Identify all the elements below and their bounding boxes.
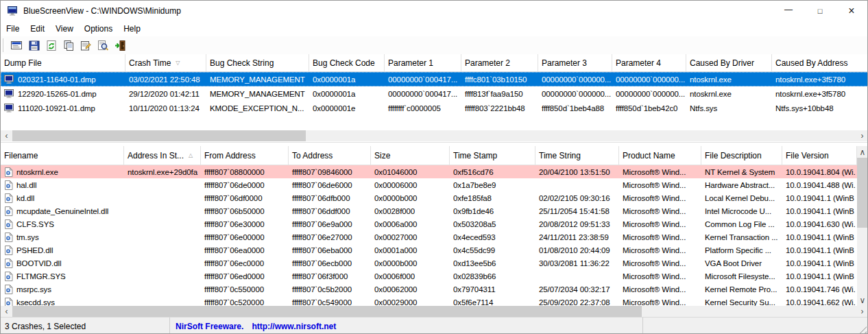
nirsoft-freeware-label: NirSoft Freeware. [176, 322, 243, 331]
column-header-time-string[interactable]: Time String [535, 146, 619, 165]
column-header-file-version[interactable]: File Version [782, 146, 857, 165]
driver-row[interactable]: ntoskrnl.exentoskrnl.exe+29d0fafffff807`… [1, 165, 857, 178]
scroll-left-icon[interactable]: ‹ [1, 306, 12, 317]
column-header-to-address[interactable]: To Address [289, 146, 371, 165]
cell-bug-check-string: MEMORY_MANAGEMENT [206, 72, 309, 86]
cell-size: 0x00027000 [371, 230, 450, 243]
crash-row[interactable]: 111020-10921-01.dmp10/11/2020 01:13:24KM… [1, 101, 868, 115]
column-header-label: Product Name [623, 151, 675, 160]
maximize-button[interactable]: □ [804, 1, 836, 21]
column-header-file-description[interactable]: File Description [701, 146, 782, 165]
column-header-bug-check-string[interactable]: Bug Check String [206, 54, 309, 71]
crash-row[interactable]: 122920-15265-01.dmp29/12/2020 01:42:11ME… [1, 86, 868, 101]
cell-caused-by-address: ntoskrnl.exe+3f5780 [772, 72, 868, 86]
dump-file-icon [4, 104, 14, 112]
column-header-caused-by-driver[interactable]: Caused By Driver [686, 54, 772, 71]
column-header-parameter-1[interactable]: Parameter 1 [385, 54, 461, 71]
menu-edit[interactable]: Edit [25, 21, 50, 36]
cell-bug-check-code: 0x0000001a [309, 86, 385, 101]
crash-row[interactable]: 020321-11640-01.dmp03/02/2021 22:50:48ME… [1, 72, 868, 86]
column-header-bug-check-code[interactable]: Bug Check Code [309, 54, 385, 71]
column-header-filename[interactable]: Filename [1, 146, 124, 165]
column-header-from-address[interactable]: From Address [201, 146, 289, 165]
menu-options[interactable]: Options [79, 21, 118, 36]
column-header-crash-time[interactable]: Crash Time▽ [125, 54, 206, 71]
column-header-parameter-4[interactable]: Parameter 4 [612, 54, 686, 71]
cell-crash-time: 03/02/2021 22:50:48 [125, 72, 206, 86]
driver-list-vscrollbar[interactable]: ∧ ∨ [857, 146, 868, 306]
column-header-caused-by-address[interactable]: Caused By Address [772, 54, 868, 71]
cell-from-address: fffff807`06b50000 [201, 204, 289, 217]
resize-grip[interactable] [858, 325, 867, 334]
cell-file-description: Kernel Transaction ... [701, 230, 782, 243]
nirsoft-url-link[interactable]: http://www.nirsoft.net [252, 322, 336, 331]
driver-file-icon [4, 259, 13, 268]
driver-row[interactable]: BOOTVID.dllfffff807`06ec0000fffff807`06e… [1, 257, 857, 270]
driver-row[interactable]: ksecdd.sysfffff807`0c520000fffff807`0c54… [1, 296, 857, 306]
cell-product-name: Microsoft® Wind... [619, 257, 701, 270]
close-button[interactable]: × [836, 1, 867, 21]
save-button[interactable] [25, 38, 43, 53]
find-button[interactable] [94, 38, 111, 53]
driver-row[interactable]: FLTMGR.SYSfffff807`06ed0000fffff807`06f3… [1, 270, 857, 283]
scroll-up-icon[interactable]: ∧ [857, 146, 868, 158]
save-icon [28, 40, 40, 51]
pane-divider [1, 142, 868, 143]
scroll-right-icon[interactable]: › [856, 130, 868, 141]
column-header-time-stamp[interactable]: Time Stamp [450, 146, 535, 165]
column-header-address-in-st[interactable]: Address In St...△ [124, 146, 201, 165]
cell-file-description: VGA Boot Driver [701, 257, 782, 270]
cell-product-name: Microsoft® Wind... [619, 204, 701, 217]
vscroll-thumb[interactable] [857, 158, 868, 228]
driver-row[interactable]: msrpc.sysfffff807`0c550000fffff807`0c5b2… [1, 283, 857, 296]
column-header-size[interactable]: Size [371, 146, 450, 165]
status-bar: 3 Crashes, 1 Selected NirSoft Freeware. … [1, 317, 867, 334]
cell-address-in-st [124, 204, 201, 217]
driver-row[interactable]: PSHED.dllfffff807`06ea0000fffff807`06eba… [1, 243, 857, 257]
cell-time-stamp: 0x1a7be8e9 [450, 178, 535, 191]
driver-row[interactable]: CLFS.SYSfffff807`06e30000fffff807`06e9a0… [1, 217, 857, 230]
cell-time-string: 30/03/2081 11:36:22 [535, 257, 619, 270]
menu-help[interactable]: Help [118, 21, 146, 36]
cell-file-version: 10.0.19041.1 (WinB [782, 230, 857, 243]
minimize-button[interactable]: — [773, 1, 804, 21]
column-header-dump-file[interactable]: Dump File [1, 54, 125, 71]
driver-row[interactable]: mcupdate_GenuineIntel.dllfffff807`06b500… [1, 204, 857, 217]
driver-row[interactable]: hal.dllfffff807`06de0000fffff807`06de600… [1, 178, 857, 191]
cell-bug-check-code: 0x0000001a [309, 72, 385, 86]
cell-file-description: Common Log File ... [701, 217, 782, 230]
cell-time-string: 25/09/2020 22:37:08 [535, 296, 619, 306]
cell-filename: kd.dll [1, 191, 124, 204]
cell-caused-by-address: ntoskrnl.exe+3f5780 [772, 86, 868, 101]
refresh-button[interactable] [43, 38, 60, 53]
column-header-parameter-2[interactable]: Parameter 2 [461, 54, 538, 71]
cell-to-address: fffff807`0c5b2000 [289, 283, 371, 296]
exit-button[interactable] [111, 38, 128, 53]
sort-desc-icon: ▽ [176, 60, 180, 66]
cell-file-version: 10.0.19041.488 (Wi. [782, 178, 857, 191]
column-header-label: To Address [292, 151, 333, 160]
driver-list-hscrollbar[interactable]: ‹ › [1, 306, 868, 317]
cell-time-string: 25/11/2054 15:41:58 [535, 204, 619, 217]
cell-caused-by-address: Ntfs.sys+10bb48 [772, 101, 868, 115]
driver-row[interactable]: tm.sysfffff807`06e00000fffff807`06e27000… [1, 230, 857, 243]
crash-list-hscrollbar[interactable]: ‹ › [1, 130, 868, 141]
column-header-parameter-3[interactable]: Parameter 3 [538, 54, 612, 71]
advanced-options-button[interactable] [8, 38, 25, 53]
maximize-icon: □ [818, 7, 823, 15]
scroll-down-icon[interactable]: ∨ [857, 294, 868, 306]
cell-parameter-3: 00000000`000000... [538, 86, 612, 101]
column-header-product-name[interactable]: Product Name [619, 146, 701, 165]
menu-view[interactable]: View [50, 21, 79, 36]
cell-filename: ntoskrnl.exe [1, 165, 124, 178]
scroll-right-icon[interactable]: › [856, 306, 868, 317]
hscroll-thumb[interactable] [12, 130, 306, 141]
properties-button[interactable] [77, 38, 94, 53]
hscroll-thumb[interactable] [12, 306, 642, 317]
copy-button[interactable] [60, 38, 77, 53]
menu-file[interactable]: File [1, 21, 25, 36]
cell-time-string [535, 270, 619, 283]
scroll-left-icon[interactable]: ‹ [1, 130, 12, 141]
app-icon [7, 5, 19, 16]
driver-row[interactable]: kd.dllfffff807`06df0000fffff807`06dfb000… [1, 191, 857, 204]
